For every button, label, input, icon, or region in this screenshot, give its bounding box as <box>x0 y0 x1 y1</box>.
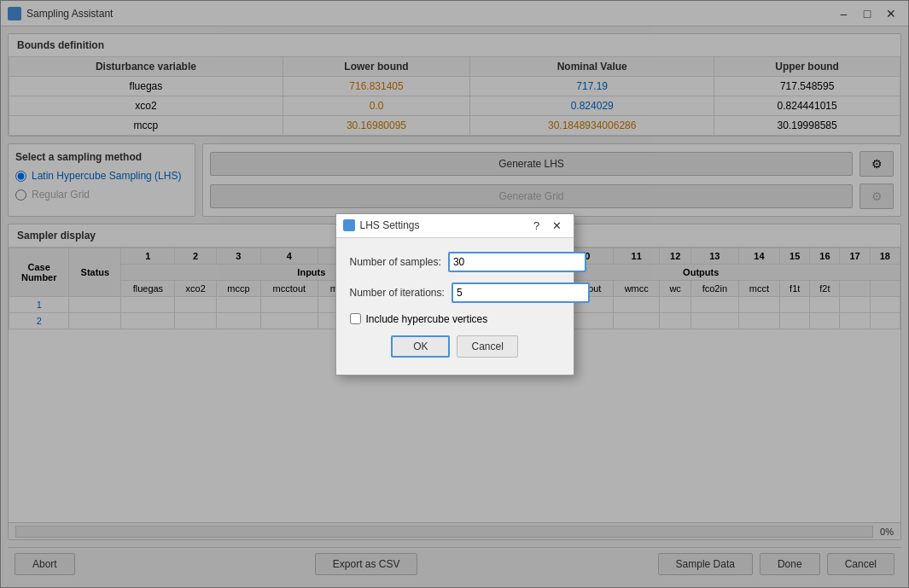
modal-overlay: LHS Settings ? ✕ Number of samples: Numb… <box>0 0 909 588</box>
main-window: Sampling Assistant ‒ □ ✕ Bounds definiti… <box>0 0 909 588</box>
lhs-settings-dialog: LHS Settings ? ✕ Number of samples: Numb… <box>335 213 574 376</box>
modal-content: Number of samples: Number of iterations:… <box>336 238 574 375</box>
modal-title-left: LHS Settings <box>343 219 420 231</box>
modal-buttons: OK Cancel <box>350 335 560 361</box>
ok-button[interactable]: OK <box>391 335 450 358</box>
vertices-row[interactable]: Include hypercube vertices <box>350 313 560 325</box>
vertices-checkbox[interactable] <box>350 313 361 324</box>
samples-input[interactable] <box>448 252 586 272</box>
iterations-row: Number of iterations: <box>350 282 560 303</box>
samples-row: Number of samples: <box>350 252 560 272</box>
modal-close-button[interactable]: ✕ <box>548 217 567 234</box>
samples-label: Number of samples: <box>350 256 441 268</box>
modal-title-bar: LHS Settings ? ✕ <box>336 214 574 238</box>
vertices-label[interactable]: Include hypercube vertices <box>366 313 488 325</box>
modal-help-button[interactable]: ? <box>527 217 546 234</box>
iterations-input[interactable] <box>452 282 590 303</box>
modal-title: LHS Settings <box>360 219 420 231</box>
modal-icon <box>343 219 355 231</box>
iterations-label: Number of iterations: <box>350 287 445 299</box>
modal-controls: ? ✕ <box>527 217 567 234</box>
modal-cancel-button[interactable]: Cancel <box>457 335 517 358</box>
